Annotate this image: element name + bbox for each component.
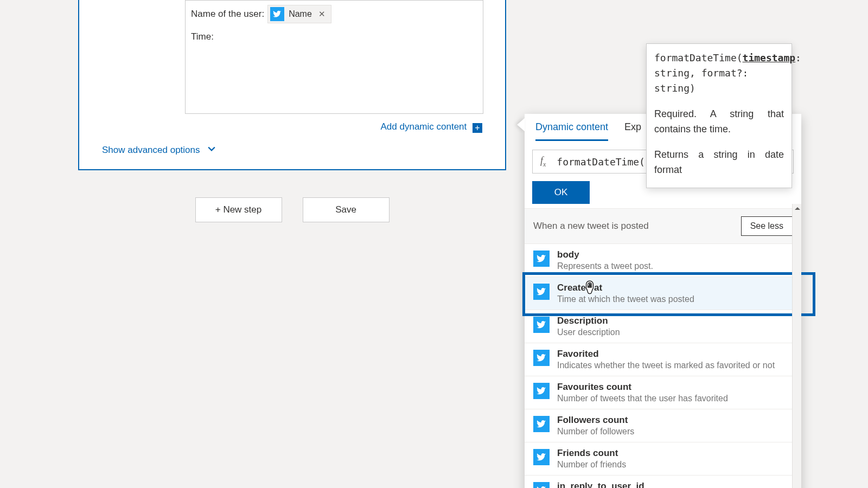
item-name: Followers count: [557, 415, 634, 426]
save-button[interactable]: Save: [303, 197, 390, 222]
twitter-icon: [533, 383, 550, 399]
item-description: User description: [557, 328, 620, 337]
item-name: Favorited: [557, 349, 775, 359]
twitter-icon: [533, 449, 550, 465]
svg-rect-0: [589, 283, 590, 286]
list-item[interactable]: Friends countNumber of friends: [525, 442, 801, 475]
item-description: Number of followers: [557, 427, 634, 436]
tooltip-required: Required. A string that contains the tim…: [654, 107, 784, 137]
add-dynamic-content-link[interactable]: Add dynamic content: [381, 121, 467, 132]
twitter-icon: [270, 7, 284, 21]
scroll-up-icon[interactable]: [793, 204, 802, 213]
show-advanced-options[interactable]: Show advanced options: [102, 145, 215, 156]
remove-token-icon[interactable]: ✕: [318, 8, 326, 21]
twitter-icon: [533, 284, 550, 300]
message-body-input[interactable]: Name of the user: Name ✕ Time:: [185, 0, 483, 114]
item-name: in_reply_to_user_id: [557, 481, 772, 488]
list-item[interactable]: Followers countNumber of followers: [525, 409, 801, 442]
ok-button[interactable]: OK: [532, 181, 590, 204]
item-description: Indicates whether the tweet is marked as…: [557, 361, 775, 370]
twitter-icon: [533, 482, 550, 488]
tooltip-returns: Returns a string in date format: [654, 147, 784, 178]
item-name: Favourites count: [557, 382, 728, 393]
list-item[interactable]: DescriptionUser description: [525, 310, 801, 343]
tab-expression[interactable]: Exp: [624, 121, 641, 141]
cursor-icon: [583, 280, 597, 296]
list-item[interactable]: in_reply_to_user_idUser Id of the author…: [525, 475, 801, 488]
fx-icon: fx: [540, 155, 546, 169]
twitter-icon: [533, 350, 550, 366]
twitter-icon: [533, 416, 550, 432]
item-description: Represents a tweet post.: [557, 261, 653, 271]
list-item[interactable]: Favourites countNumber of tweets that th…: [525, 376, 801, 409]
field-label-time: Time:: [191, 30, 214, 44]
twitter-icon: [533, 251, 550, 267]
item-description: Number of friends: [557, 460, 626, 470]
list-item[interactable]: FavoritedIndicates whether the tweet is …: [525, 343, 801, 376]
item-description: Time at which the tweet was posted: [557, 294, 694, 304]
panel-pointer: [517, 118, 525, 131]
twitter-icon: [533, 317, 550, 333]
token-label: Name: [289, 8, 312, 21]
tab-dynamic-content[interactable]: Dynamic content: [535, 121, 608, 141]
item-name: Friends count: [557, 448, 626, 459]
section-header: When a new tweet is posted See less: [525, 208, 801, 243]
action-card: Name of the user: Name ✕ Time: Add dynam…: [78, 0, 506, 170]
function-tooltip: formatDateTime(timestamp: string, format…: [646, 43, 792, 188]
chevron-down-icon: [208, 145, 215, 156]
scrollbar[interactable]: [792, 204, 801, 488]
see-less-button[interactable]: See less: [741, 216, 793, 236]
item-name: body: [557, 249, 653, 260]
field-label-name: Name of the user:: [191, 7, 264, 21]
add-dynamic-content-icon[interactable]: +: [473, 123, 482, 133]
item-description: Number of tweets that the user has favor…: [557, 394, 728, 403]
item-name: Description: [557, 316, 620, 326]
section-title: When a new tweet is posted: [533, 221, 649, 232]
item-name: Created at: [557, 282, 694, 293]
new-step-button[interactable]: + New step: [195, 197, 282, 222]
list-item[interactable]: Created atTime at which the tweet was po…: [525, 277, 801, 310]
tooltip-signature: formatDateTime(timestamp: string, format…: [654, 50, 784, 96]
expression-text: formatDateTime(: [557, 156, 645, 168]
list-item[interactable]: bodyRepresents a tweet post.: [525, 243, 801, 277]
token-name[interactable]: Name ✕: [267, 5, 331, 23]
dynamic-content-list: bodyRepresents a tweet post.Created atTi…: [525, 243, 801, 488]
